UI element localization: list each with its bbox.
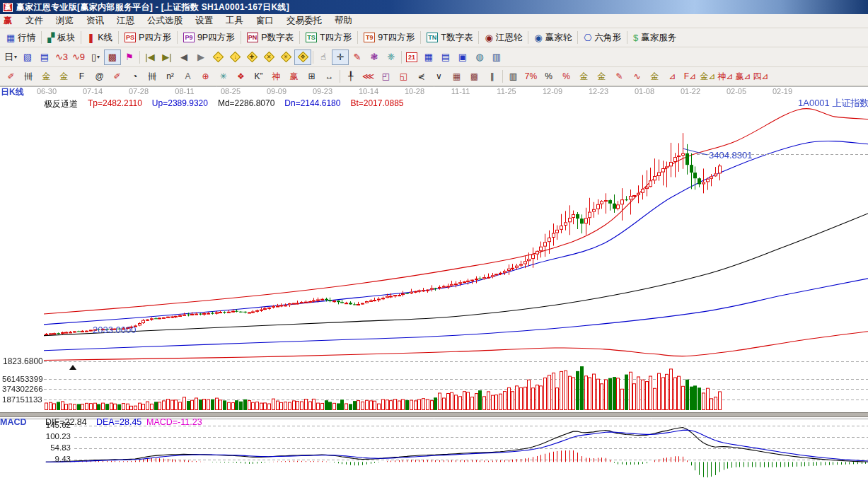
period-day-icon: 日 xyxy=(4,52,13,62)
tool-hexagon[interactable]: ⎔六角形 xyxy=(579,29,625,46)
tool-notes[interactable]: ▤ xyxy=(437,49,454,65)
tool-gold-ruler-2[interactable]: 金 xyxy=(55,69,73,83)
tool-jump-last[interactable]: ▶| xyxy=(158,49,175,65)
tool-zoom-left[interactable]: ← xyxy=(209,49,226,65)
tool-pencil-ruler[interactable]: ✐ xyxy=(108,69,126,83)
tool-winner-wheel[interactable]: ◉赢家轮 xyxy=(530,29,576,46)
menu-item-1[interactable]: 文件 xyxy=(19,15,50,27)
menu-item-2[interactable]: 浏览 xyxy=(50,15,80,27)
tool-kline[interactable]: ❚K线 xyxy=(83,29,117,46)
tool-f-ruler[interactable]: F xyxy=(73,69,91,83)
tool-check-lines[interactable]: ∨ xyxy=(430,69,448,83)
tool-candle-style[interactable]: ▯▾ xyxy=(87,49,104,65)
date-tick: 09-23 xyxy=(313,87,332,95)
tool-brush-tool[interactable]: ✎ xyxy=(611,69,628,83)
tool-box-star[interactable]: ❖ xyxy=(232,69,250,83)
tool-percent-line[interactable]: % xyxy=(557,69,575,83)
tool-wave-3[interactable]: ∿3 xyxy=(53,49,70,65)
tool-draw-pencil[interactable]: ✐ xyxy=(2,69,20,83)
tool-quotes[interactable]: ▦行情 xyxy=(2,29,40,46)
tool-zoom-plus[interactable]: ✚ xyxy=(243,49,260,65)
tool-sectors[interactable]: ▞板块 xyxy=(43,29,79,46)
tool-gold-circle[interactable]: 金 xyxy=(575,69,593,83)
tool-angle-f[interactable]: F⊿ xyxy=(681,69,699,83)
tool-gold-level[interactable]: 金 xyxy=(646,69,664,83)
tool-info-list[interactable]: ▤ xyxy=(36,49,53,65)
tool-percent[interactable]: % xyxy=(540,69,557,83)
tool-n-square[interactable]: n² xyxy=(161,69,179,83)
tool-zoom-x[interactable]: ✕ xyxy=(260,49,277,65)
tool-grid-dense-2[interactable]: ▩ xyxy=(465,69,483,83)
tool-time-circle[interactable]: ◔ xyxy=(126,69,144,83)
date-tick: 11-25 xyxy=(497,87,516,95)
tool-angle-gold[interactable]: 金⊿ xyxy=(699,69,717,83)
tool-winner-service[interactable]: $赢家服务 xyxy=(629,29,681,46)
tool-9p-square[interactable]: P99P四方形 xyxy=(179,29,239,46)
tool-step-back[interactable]: ◀ xyxy=(175,49,192,65)
tool-comb-ruler[interactable]: 卌 xyxy=(20,69,37,83)
tool-angle-set[interactable]: ⋞ xyxy=(412,69,430,83)
toolbar-separator xyxy=(528,31,528,44)
tool-step-forward[interactable]: ▶ xyxy=(192,49,209,65)
tool-number-grid[interactable]: ⊞ xyxy=(303,69,320,83)
tool-angle-shen[interactable]: 神⊿ xyxy=(717,69,734,83)
tool-t-square[interactable]: TST四方形 xyxy=(301,29,356,46)
tool-grid-dense-1[interactable]: ▦ xyxy=(448,69,465,83)
tool-price-table[interactable]: ▥ xyxy=(504,69,522,83)
tool-remote-pc[interactable]: ▥ xyxy=(488,49,505,65)
menu-item-8[interactable]: 窗口 xyxy=(250,15,280,27)
tool-p-number-table[interactable]: PNP数字表 xyxy=(243,29,298,46)
tool-t-number-table[interactable]: TNT数字表 xyxy=(422,29,477,46)
menu-item-9[interactable]: 交易委托 xyxy=(280,15,328,27)
menu-item-7[interactable]: 工具 xyxy=(219,15,250,27)
tool-hand-drag[interactable]: ☝ xyxy=(315,49,332,65)
tool-jump-first[interactable]: |◀ xyxy=(141,49,158,65)
tool-period-day[interactable]: 日▾ xyxy=(2,49,19,65)
tool-flag-chart[interactable]: ⚑ xyxy=(121,49,138,65)
tool-ying-grid[interactable]: 赢 xyxy=(285,69,303,83)
tool-net-tool[interactable]: ◍ xyxy=(471,49,488,65)
tool-asterisk-star[interactable]: ✳ xyxy=(214,69,232,83)
tool-spiral[interactable]: @ xyxy=(91,69,108,83)
tool-zoom-star[interactable]: ✳ xyxy=(277,49,294,65)
tool-parallel-lines[interactable]: ∥ xyxy=(483,69,501,83)
tool-gold-lines[interactable]: 金 xyxy=(593,69,611,83)
tool-calendar-21[interactable]: 21 xyxy=(403,49,420,65)
tool-fan-lines[interactable]: ⋘ xyxy=(359,69,377,83)
tool-shen-grid[interactable]: 神 xyxy=(267,69,285,83)
tool-pattern-box[interactable]: ▩ xyxy=(104,49,121,65)
tool-mirror-a[interactable]: A xyxy=(179,69,197,83)
tool-calculator[interactable]: ▦ xyxy=(420,49,437,65)
tool-fan-box-2[interactable]: ◱ xyxy=(395,69,412,83)
tool-width-arrows[interactable]: ↔ xyxy=(320,69,338,83)
tool-t-square-tool[interactable]: ╀ xyxy=(342,69,359,83)
tool-draw-pen[interactable]: ✎ xyxy=(349,49,366,65)
tool-percent-7[interactable]: 7% xyxy=(522,69,540,83)
menu-item-10[interactable]: 帮助 xyxy=(328,15,359,27)
tool-crosshair[interactable]: ✛ xyxy=(332,49,349,65)
tool-gann-wheel[interactable]: ◉江恩轮 xyxy=(480,29,526,46)
tool-tool-teal[interactable]: ❈ xyxy=(383,49,400,65)
menu-item-6[interactable]: 设置 xyxy=(189,15,219,27)
tool-gold-ruler-1[interactable]: 金 xyxy=(37,69,55,83)
tool-wave-line[interactable]: ∿ xyxy=(628,69,646,83)
tool-angle-line[interactable]: ⊿ xyxy=(664,69,681,83)
tool-comb-ruler-2[interactable]: 卌 xyxy=(144,69,161,83)
tool-save-disk[interactable]: ▣ xyxy=(454,49,471,65)
tool-p-square[interactable]: PSP四方形 xyxy=(120,29,175,46)
tool-angle-four[interactable]: 四⊿ xyxy=(752,69,770,83)
tool-circle-cross[interactable]: ⊕ xyxy=(197,69,214,83)
brush-tool-icon: ✎ xyxy=(615,72,623,81)
menu-item-4[interactable]: 江恩 xyxy=(110,15,141,27)
tool-fan-box-1[interactable]: ◰ xyxy=(377,69,395,83)
tool-9t-square[interactable]: T99T四方形 xyxy=(359,29,419,46)
tool-angle-ying[interactable]: 赢⊿ xyxy=(734,69,752,83)
tool-wave-9[interactable]: ∿9 xyxy=(70,49,87,65)
tool-zoom-cross[interactable]: ✥ xyxy=(294,49,311,65)
tool-k-mark[interactable]: K” xyxy=(250,69,267,83)
tool-pattern-overlay[interactable]: ▧ xyxy=(19,49,36,65)
tool-tool-purple[interactable]: ❃ xyxy=(366,49,383,65)
menu-item-3[interactable]: 资讯 xyxy=(80,15,110,27)
tool-zoom-down[interactable]: ↓ xyxy=(226,49,243,65)
menu-item-5[interactable]: 公式选股 xyxy=(141,15,189,27)
